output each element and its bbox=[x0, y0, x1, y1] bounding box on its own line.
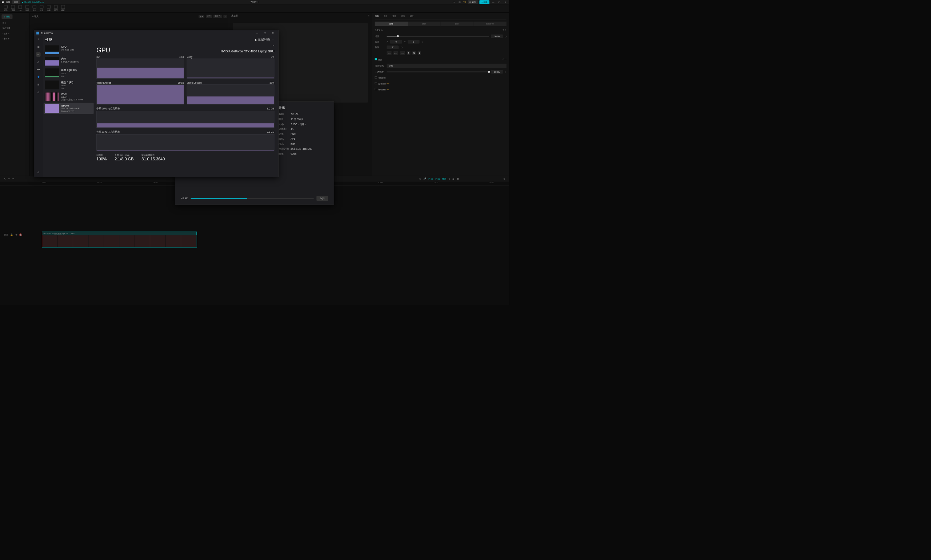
tool-sticker[interactable]: 贴纸 bbox=[25, 5, 29, 12]
stabilize-toggle[interactable]: 视频防抖 bbox=[378, 77, 386, 79]
pos-y[interactable]: 0 bbox=[408, 40, 420, 44]
pos-x[interactable]: 0 bbox=[390, 40, 402, 44]
sidebar-presets[interactable]: 我的预设 bbox=[2, 26, 28, 31]
min-icon[interactable]: — bbox=[491, 1, 496, 3]
tm-item-gpu[interactable]: GPU 0 NVIDIA GeForce R...100% (57 °C) bbox=[44, 103, 94, 114]
tm-details-icon[interactable]: ☰ bbox=[36, 83, 41, 87]
tl-mic-icon[interactable]: 🎤 bbox=[423, 177, 426, 180]
subtab-mask[interactable]: 蒙版 bbox=[441, 22, 474, 26]
eye-icon[interactable]: 👁 bbox=[15, 234, 17, 236]
blend-reset-icon[interactable]: ↺ ◇ bbox=[503, 58, 506, 60]
tm-item-disk1[interactable]: 磁盘 1 (F:) USB0% bbox=[44, 79, 94, 91]
tm-performance-icon[interactable]: ⧉ bbox=[36, 52, 41, 57]
sidebar-library[interactable]: · 素材库 bbox=[2, 36, 28, 41]
subtab-fx[interactable]: 画面特效 bbox=[474, 22, 506, 26]
lock-icon[interactable]: 🔒 bbox=[10, 234, 13, 236]
opacity-slider[interactable] bbox=[386, 72, 489, 72]
graph-mem[interactable]: 共享 GPU 内存利用率7.8 GB bbox=[96, 131, 274, 151]
align-bot-icon[interactable]: ⤓ bbox=[418, 51, 421, 55]
pointer-icon[interactable]: ↖ bbox=[4, 177, 6, 180]
align-mid-icon[interactable]: ⇅ bbox=[412, 51, 415, 55]
tool-adjust[interactable]: 调节 bbox=[54, 5, 58, 12]
cover-label[interactable]: 封面 bbox=[4, 234, 8, 236]
tm-run-task-button[interactable]: ▶ 运行新任务 bbox=[255, 38, 270, 41]
tl-zoom-icon[interactable]: ⊙ bbox=[503, 177, 505, 180]
blend-mode-select[interactable]: 正常 bbox=[386, 64, 506, 68]
layout2-icon[interactable]: ▥ bbox=[457, 1, 462, 3]
pos-reset-icon[interactable]: ◇ bbox=[422, 40, 423, 43]
vip-badge[interactable]: VIP bbox=[463, 1, 466, 3]
section-blend[interactable]: 混合 bbox=[378, 58, 382, 61]
tm-item-wifi[interactable]: Wi-Fi WLAN发送: 0 接收: 3.3 Mbps bbox=[44, 91, 94, 103]
tm-hamburger-icon[interactable]: ≡ bbox=[36, 37, 41, 42]
graph-video-decode[interactable]: Video Decode37% bbox=[187, 82, 275, 105]
tool-audio[interactable]: 音频 bbox=[11, 5, 15, 12]
undo-icon[interactable]: ↶ bbox=[8, 177, 10, 180]
max-icon[interactable]: ▢ bbox=[497, 1, 502, 3]
tab-picture[interactable]: 画面 bbox=[375, 15, 379, 17]
tool-transition[interactable]: 转场 bbox=[40, 5, 43, 12]
tm-item-mem[interactable]: 内存 8.8/15.7 GB (56%) bbox=[44, 55, 94, 67]
search-icon[interactable]: ⌕ bbox=[223, 15, 226, 18]
graph-mem[interactable]: 专用 GPU 内存利用率8.0 GB bbox=[96, 107, 274, 128]
video-clip[interactable]: cp2077-DLSS优化视频.mp4 00:13:34:17 bbox=[42, 232, 197, 248]
import-label[interactable]: ⊕ 导入 bbox=[32, 15, 39, 18]
mute-icon[interactable]: 🔇 bbox=[19, 234, 22, 236]
tm-item-cpu[interactable]: CPU 7% 4.93 GHz bbox=[44, 44, 94, 55]
tm-item-disk0[interactable]: 磁盘 0 (C: D:) SSD1% bbox=[44, 67, 94, 79]
opacity-value[interactable]: 100% bbox=[491, 70, 503, 74]
menu-button[interactable]: 菜单 bbox=[12, 0, 20, 4]
graph-copy[interactable]: Copy3% bbox=[187, 55, 275, 78]
tm-more-icon[interactable]: ⋯ bbox=[270, 38, 275, 41]
filter-all[interactable]: 全部 Tт bbox=[214, 15, 222, 18]
tm-min-icon[interactable]: — bbox=[254, 31, 260, 35]
subtab-basic[interactable]: 基础 bbox=[375, 22, 408, 26]
noise-toggle[interactable]: 视频降噪 bbox=[378, 88, 386, 91]
scale-slider[interactable] bbox=[386, 36, 489, 37]
tool-effect[interactable]: 特效 bbox=[33, 5, 36, 12]
scale-value[interactable]: 100% bbox=[491, 35, 503, 38]
tl-marker-icon[interactable]: ◉ bbox=[452, 177, 454, 180]
tool-text[interactable]: 文本 bbox=[18, 5, 22, 12]
tl-del-icon[interactable]: 🗑 bbox=[457, 178, 459, 180]
tl-auto1[interactable]: 自动 bbox=[428, 177, 433, 180]
hd-toggle[interactable]: 超清画质 bbox=[378, 83, 386, 85]
tl-tool1-icon[interactable]: ◎ bbox=[419, 177, 421, 180]
tl-auto3[interactable]: 自动 bbox=[442, 177, 446, 180]
graph-video-encode[interactable]: Video Encode100% bbox=[96, 82, 184, 105]
tl-split-icon[interactable]: ⦚ bbox=[449, 178, 450, 180]
graph-3d[interactable]: 3D42% bbox=[96, 55, 184, 78]
tm-max-icon[interactable]: ▢ bbox=[262, 31, 268, 35]
sidebar-cloud[interactable]: · 云素材 bbox=[2, 31, 28, 36]
tm-users-icon[interactable]: 👤 bbox=[36, 75, 41, 79]
view-toggle[interactable]: ▦ ▾ bbox=[199, 15, 205, 18]
add-button[interactable]: + 添加 bbox=[2, 14, 12, 19]
player-menu-icon[interactable]: ≡ bbox=[368, 14, 369, 17]
tab-adjust[interactable]: 调节 bbox=[410, 15, 414, 17]
tool-template[interactable]: 模板 bbox=[61, 5, 65, 12]
layout-icon[interactable]: ▭ bbox=[451, 1, 455, 3]
tool-filter[interactable]: 滤镜 bbox=[47, 5, 51, 12]
tm-startup-icon[interactable]: ⟶ bbox=[36, 67, 41, 72]
tm-close-icon[interactable]: ✕ bbox=[270, 31, 276, 35]
tm-processes-icon[interactable]: ▦ bbox=[36, 45, 41, 49]
tm-services-icon[interactable]: ⚙ bbox=[36, 90, 41, 95]
sidebar-import[interactable]: 导入 bbox=[2, 20, 28, 25]
tm-settings-icon[interactable]: ⚙ bbox=[36, 170, 41, 175]
align-top-icon[interactable]: ⤒ bbox=[407, 51, 410, 55]
scale-stepper-icon[interactable]: ◇ bbox=[505, 35, 506, 37]
tab-anim[interactable]: 动画 bbox=[401, 15, 405, 17]
rot-value[interactable]: 0° bbox=[386, 45, 399, 49]
tm-history-icon[interactable]: ◷ bbox=[36, 60, 41, 65]
align-center-icon[interactable]: ⟺ bbox=[394, 51, 398, 55]
tool-media[interactable]: 媒体 bbox=[4, 5, 8, 12]
tab-audio[interactable]: 音频 bbox=[384, 15, 388, 17]
align-left-icon[interactable]: ⟸ bbox=[386, 51, 391, 55]
redo-icon[interactable]: ↷ bbox=[12, 177, 14, 180]
opacity-reset-icon[interactable]: ◇ bbox=[505, 71, 506, 73]
export-button[interactable]: ⤓ 导出 bbox=[479, 0, 489, 4]
reset-pos-icon[interactable]: ↺ ◇ bbox=[503, 29, 506, 31]
export-cancel-button[interactable]: 取消 bbox=[316, 196, 328, 201]
rot-reset-icon[interactable]: ◇ bbox=[401, 46, 402, 49]
subtab-cutout[interactable]: 抠像 bbox=[408, 22, 441, 26]
